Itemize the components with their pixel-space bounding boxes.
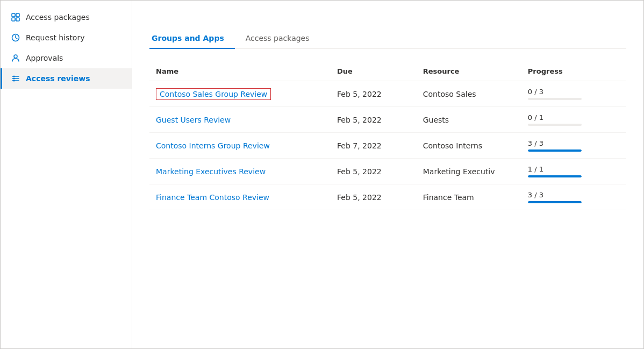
- progress-cell-2: 3 / 3: [521, 133, 626, 159]
- reviews-table-container: Name Due Resource Progress Contoso Sales…: [149, 62, 626, 210]
- sidebar-item-request-history[interactable]: Request history: [1, 27, 132, 48]
- svg-rect-0: [12, 13, 15, 17]
- review-name-link-0[interactable]: Contoso Sales Group Review: [156, 88, 271, 100]
- progress-text-2: 3 / 3: [528, 139, 620, 147]
- col-header-resource: Resource: [417, 62, 521, 81]
- list-icon: [11, 74, 20, 83]
- sidebar-item-label: Approvals: [26, 54, 63, 62]
- resource-4: Finance Team: [417, 184, 521, 210]
- progress-cell-3: 1 / 1: [521, 159, 626, 184]
- main-content: Groups and AppsAccess packages Name Due …: [132, 1, 643, 348]
- grid-icon: [11, 12, 20, 22]
- sidebar-item-access-packages[interactable]: Access packages: [1, 7, 132, 27]
- progress-text-3: 1 / 1: [528, 165, 620, 173]
- svg-rect-2: [12, 18, 15, 21]
- sidebar-item-label: Access reviews: [26, 74, 90, 83]
- resource-3: Marketing Executiv: [417, 159, 521, 184]
- progress-bar-track-1: [528, 124, 582, 126]
- due-date-2: Feb 7, 2022: [331, 133, 417, 159]
- tab-access-packages[interactable]: Access packages: [244, 29, 320, 49]
- history-icon: [11, 33, 20, 42]
- sidebar-item-label: Request history: [26, 33, 84, 42]
- progress-bar-track-0: [528, 98, 582, 100]
- sidebar-item-label: Access packages: [26, 13, 90, 22]
- sidebar-item-access-reviews[interactable]: Access reviews: [1, 68, 132, 89]
- resource-0: Contoso Sales: [417, 81, 521, 107]
- svg-point-10: [13, 78, 15, 80]
- progress-text-0: 0 / 3: [528, 88, 620, 96]
- table-row: Finance Team Contoso ReviewFeb 5, 2022Fi…: [149, 184, 626, 210]
- progress-bar-fill-3: [528, 175, 582, 177]
- progress-text-4: 3 / 3: [528, 191, 620, 199]
- col-header-name: Name: [149, 62, 331, 81]
- resource-1: Guests: [417, 107, 521, 133]
- svg-point-5: [14, 55, 17, 58]
- due-date-3: Feb 5, 2022: [331, 159, 417, 184]
- sidebar-item-approvals[interactable]: Approvals: [1, 48, 132, 68]
- tab-bar: Groups and AppsAccess packages: [149, 29, 626, 49]
- due-date-1: Feb 5, 2022: [331, 107, 417, 133]
- progress-bar-track-4: [528, 201, 582, 203]
- progress-bar-fill-2: [528, 149, 582, 152]
- svg-rect-1: [16, 13, 19, 17]
- progress-bar-track-2: [528, 149, 582, 152]
- tab-groups-and-apps[interactable]: Groups and Apps: [149, 29, 235, 49]
- svg-point-9: [13, 76, 15, 77]
- progress-cell-0: 0 / 3: [521, 81, 626, 107]
- review-name-link-3[interactable]: Marketing Executives Review: [156, 167, 266, 176]
- svg-point-11: [13, 80, 15, 82]
- table-row: Contoso Sales Group ReviewFeb 5, 2022Con…: [149, 81, 626, 107]
- table-row: Contoso Interns Group ReviewFeb 7, 2022C…: [149, 133, 626, 159]
- svg-rect-3: [16, 18, 19, 21]
- due-date-0: Feb 5, 2022: [331, 81, 417, 107]
- sidebar: Access packages Request history Approval…: [1, 1, 132, 348]
- resource-2: Contoso Interns: [417, 133, 521, 159]
- progress-bar-track-3: [528, 175, 582, 177]
- due-date-4: Feb 5, 2022: [331, 184, 417, 210]
- progress-text-1: 0 / 1: [528, 113, 620, 122]
- table-row: Marketing Executives ReviewFeb 5, 2022Ma…: [149, 159, 626, 184]
- col-header-progress: Progress: [521, 62, 626, 81]
- col-header-due: Due: [331, 62, 417, 81]
- table-row: Guest Users ReviewFeb 5, 2022Guests0 / 1: [149, 107, 626, 133]
- review-name-link-4[interactable]: Finance Team Contoso Review: [156, 193, 269, 202]
- progress-bar-fill-4: [528, 201, 582, 203]
- review-name-link-2[interactable]: Contoso Interns Group Review: [156, 141, 270, 150]
- progress-cell-1: 0 / 1: [521, 107, 626, 133]
- reviews-table: Name Due Resource Progress Contoso Sales…: [149, 62, 626, 210]
- person-icon: [11, 53, 20, 63]
- progress-cell-4: 3 / 3: [521, 184, 626, 210]
- review-name-link-1[interactable]: Guest Users Review: [156, 116, 231, 124]
